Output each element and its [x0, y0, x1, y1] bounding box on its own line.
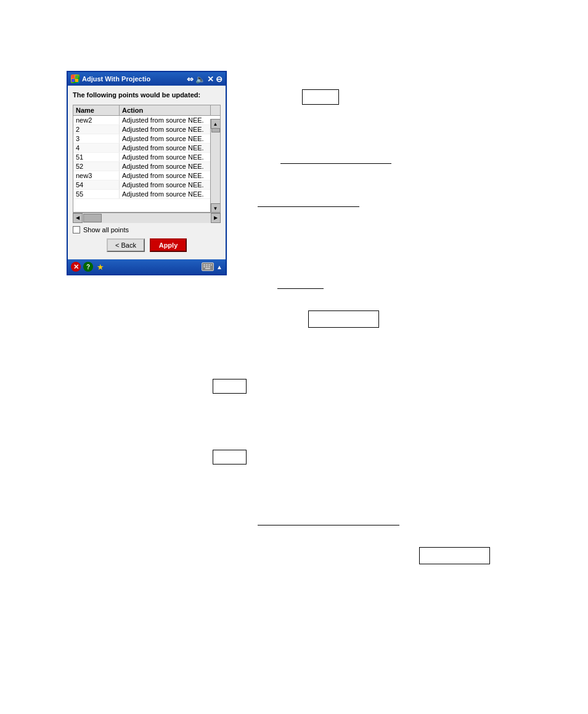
- svg-rect-8: [211, 264, 212, 266]
- scroll-up-arrow[interactable]: ▲: [211, 119, 221, 129]
- resize-icon[interactable]: ⇔: [187, 75, 194, 84]
- show-all-checkbox[interactable]: [73, 226, 80, 233]
- table-row: 4 Adjusted from source NEE.: [73, 144, 220, 153]
- scroll-track: [83, 213, 211, 223]
- windows-logo-icon: [71, 75, 80, 83]
- table-row: 2 Adjusted from source NEE.: [73, 125, 220, 134]
- table-row: 54 Adjusted from source NEE.: [73, 181, 220, 190]
- dialog-message: The following points would be updated:: [73, 91, 221, 100]
- show-all-label: Show all points: [83, 226, 129, 233]
- table-row: new3 Adjusted from source NEE.: [73, 171, 220, 181]
- underline-element-2: [258, 206, 359, 207]
- favorites-icon[interactable]: ★: [96, 262, 105, 272]
- show-all-points-row: Show all points: [73, 226, 221, 233]
- toolbar-icons-right: ▲: [202, 262, 223, 271]
- svg-rect-11: [208, 266, 210, 267]
- svg-rect-0: [71, 75, 75, 78]
- scroll-thumb-h[interactable]: [83, 214, 102, 222]
- floating-box-2: [308, 310, 379, 328]
- dialog-buttons: < Back Apply: [73, 238, 221, 252]
- dialog-toolbar: ✕ ? ★ ▲: [68, 259, 226, 274]
- floating-box-3: [213, 379, 247, 394]
- toolbar-icons-left: ✕ ? ★: [71, 262, 105, 272]
- table-row: 51 Adjusted from source NEE.: [73, 153, 220, 162]
- adjust-with-projection-dialog: Adjust With Projectio ⇔ 🔈 ✕ ⊖ The follow…: [67, 71, 227, 275]
- table-body: new2 Adjusted from source NEE. 2 Adjuste…: [73, 116, 220, 210]
- keyboard-icon[interactable]: [202, 262, 214, 271]
- scroll-right-arrow[interactable]: ▶: [211, 213, 221, 223]
- svg-rect-5: [203, 264, 205, 266]
- svg-rect-9: [203, 266, 205, 267]
- table-header-name: Name: [73, 105, 120, 115]
- titlebar-left: Adjust With Projectio: [71, 75, 150, 83]
- svg-rect-2: [71, 79, 75, 82]
- apply-button[interactable]: Apply: [150, 238, 187, 252]
- table-row: 52 Adjusted from source NEE.: [73, 162, 220, 171]
- scroll-left-arrow[interactable]: ◀: [73, 213, 83, 223]
- svg-rect-10: [206, 266, 208, 267]
- floating-box-5: [419, 547, 490, 564]
- dialog-content: The following points would be updated: N…: [68, 86, 226, 259]
- scroll-down-arrow[interactable]: ▼: [211, 203, 221, 213]
- table-row: new2 Adjusted from source NEE.: [73, 116, 220, 125]
- points-table-container: Name Action new2 Adjusted from source NE…: [73, 105, 221, 213]
- titlebar-controls: ⇔ 🔈 ✕ ⊖: [187, 75, 223, 84]
- speaker-icon[interactable]: 🔈: [195, 75, 205, 84]
- minus-icon[interactable]: ⊖: [216, 75, 223, 84]
- horizontal-scrollbar[interactable]: ◀ ▶: [73, 213, 221, 222]
- close-x-icon[interactable]: ✕: [207, 75, 214, 84]
- underline-element-1: [280, 163, 391, 164]
- close-button-icon[interactable]: ✕: [71, 262, 81, 272]
- table-row: 55 Adjusted from source NEE.: [73, 190, 220, 199]
- table-header-scroll-spacer: [210, 105, 220, 115]
- help-icon[interactable]: ?: [83, 262, 93, 272]
- table-header: Name Action: [73, 105, 220, 116]
- floating-box-4: [213, 450, 247, 465]
- dialog-title: Adjust With Projectio: [82, 75, 150, 83]
- table-row: 3 Adjusted from source NEE.: [73, 134, 220, 144]
- svg-rect-12: [205, 268, 210, 269]
- svg-rect-1: [75, 75, 78, 78]
- svg-rect-6: [206, 264, 208, 266]
- back-button[interactable]: < Back: [107, 238, 145, 252]
- floating-box-1: [302, 89, 339, 105]
- vertical-scrollbar[interactable]: ▲ ▼: [210, 119, 220, 213]
- underline-element-3: [277, 288, 324, 289]
- table-header-action: Action: [120, 105, 210, 115]
- toolbar-scroll-up[interactable]: ▲: [216, 264, 223, 270]
- svg-rect-3: [75, 79, 78, 82]
- underline-element-4: [258, 525, 399, 525]
- svg-rect-7: [208, 264, 210, 266]
- dialog-titlebar: Adjust With Projectio ⇔ 🔈 ✕ ⊖: [68, 72, 226, 86]
